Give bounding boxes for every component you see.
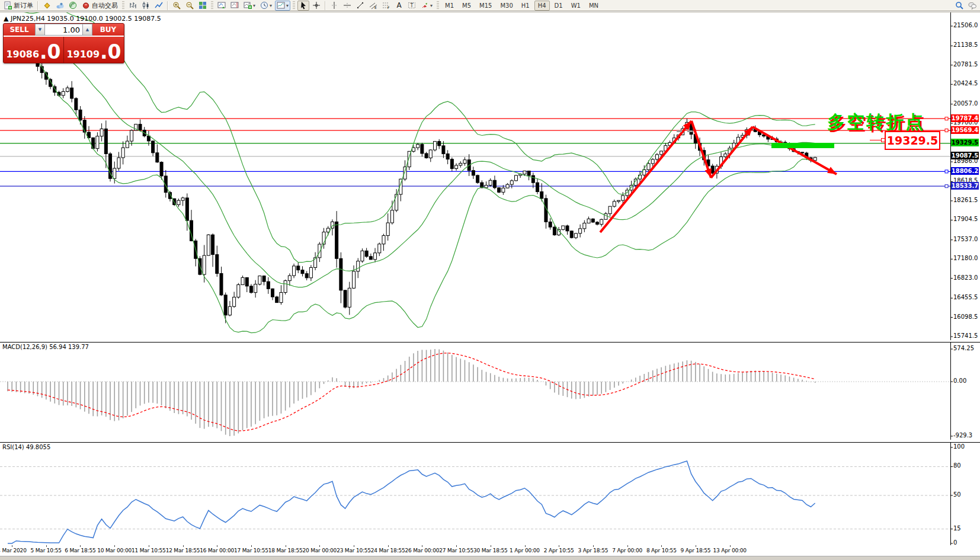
line-handle[interactable] bbox=[945, 117, 948, 120]
date-tick bbox=[525, 545, 526, 547]
chat-button[interactable] bbox=[966, 1, 978, 11]
zoom-out-button[interactable] bbox=[184, 1, 196, 11]
channel-tool-button[interactable]: E bbox=[367, 1, 379, 11]
macd-panel[interactable]: MACD(12,26,9) 56.94 139.77 bbox=[0, 342, 980, 440]
new-order-icon bbox=[4, 1, 12, 9]
symbol-search-button[interactable] bbox=[953, 1, 965, 11]
cursor-tool-button[interactable] bbox=[297, 1, 309, 11]
candle-body bbox=[288, 276, 291, 281]
date-axis[interactable]: 4 Mar 20205 Mar 10:556 Mar 18:5510 Mar 0… bbox=[0, 545, 980, 556]
templates-button[interactable]: ▾ bbox=[275, 1, 290, 11]
toolbar-grip[interactable] bbox=[211, 1, 213, 10]
date-label: 13 Apr 00:00 bbox=[713, 548, 747, 553]
timeframe-m15-button[interactable]: M15 bbox=[476, 1, 495, 11]
periods-button[interactable]: ▾ bbox=[258, 1, 274, 11]
timeframe-m30-button[interactable]: M30 bbox=[497, 1, 516, 11]
candle-body bbox=[348, 288, 351, 307]
date-label: 17 Mar 10:55 bbox=[234, 548, 268, 553]
trend-arrow-line[interactable] bbox=[691, 121, 711, 178]
label-tool-button[interactable]: T bbox=[406, 1, 418, 11]
horizontal-line-tool-button[interactable] bbox=[341, 1, 353, 11]
tile-windows-button[interactable] bbox=[197, 1, 209, 11]
text-tool-button[interactable]: A bbox=[393, 1, 405, 11]
volume-increase-button[interactable]: ▲ bbox=[82, 24, 92, 36]
candle-body bbox=[75, 98, 78, 110]
date-tick bbox=[593, 545, 594, 547]
market-community-button[interactable] bbox=[54, 1, 66, 11]
callout-handle[interactable] bbox=[881, 138, 885, 142]
macd-histogram bbox=[8, 349, 815, 436]
price-callout-box[interactable]: 19329.5 bbox=[885, 131, 940, 150]
indicators-button[interactable]: ▾ bbox=[242, 1, 257, 11]
candle-body bbox=[814, 158, 816, 161]
toolbar-grip[interactable] bbox=[293, 1, 295, 10]
signals-button[interactable] bbox=[67, 1, 79, 11]
collapse-arrow-icon[interactable]: ▲ bbox=[4, 15, 8, 23]
fibonacci-tool-button[interactable]: F bbox=[380, 1, 392, 11]
candle-body bbox=[412, 148, 415, 151]
line-chart-mode-button[interactable] bbox=[153, 1, 165, 11]
rsi-panel[interactable]: RSI(14) 49.8055 bbox=[0, 442, 980, 546]
macd-tick-label: 0.00 bbox=[953, 377, 966, 384]
timeframe-m5-button[interactable]: M5 bbox=[459, 1, 475, 11]
periods-icon bbox=[260, 1, 268, 9]
candle-body bbox=[604, 214, 607, 220]
candle-body bbox=[527, 171, 530, 175]
candle-body bbox=[216, 255, 219, 274]
trendline-tool-button[interactable] bbox=[354, 1, 366, 11]
bar-chart-mode-button[interactable] bbox=[127, 1, 139, 11]
selection-handle[interactable] bbox=[687, 130, 693, 132]
timeframe-m1-button[interactable]: M1 bbox=[441, 1, 457, 11]
line-handle[interactable] bbox=[945, 185, 948, 188]
timeframe-h1-button[interactable]: H1 bbox=[518, 1, 533, 11]
candle-body bbox=[357, 261, 360, 271]
indicators-icon bbox=[244, 1, 252, 9]
auto-scroll-button[interactable] bbox=[216, 1, 228, 11]
buy-button[interactable]: BUY bbox=[92, 24, 124, 37]
vertical-line-tool-icon bbox=[330, 1, 338, 9]
trend-arrow-line[interactable] bbox=[600, 121, 691, 232]
candle-body bbox=[309, 267, 312, 277]
zoom-in-button[interactable] bbox=[171, 1, 182, 11]
candle-body bbox=[553, 227, 556, 235]
zigzag-arrows[interactable] bbox=[600, 121, 837, 232]
timeframe-h4-button[interactable]: H4 bbox=[534, 1, 550, 11]
green-projection-bar[interactable] bbox=[771, 143, 834, 148]
volume-input[interactable] bbox=[45, 24, 82, 36]
fibonacci-tool-icon: F bbox=[382, 1, 390, 9]
macd-tick-label: -929.3 bbox=[953, 432, 972, 439]
buy-price[interactable]: 19109 .0 bbox=[64, 37, 124, 63]
arrow-objects-button[interactable]: ▾ bbox=[419, 1, 434, 11]
line-handle[interactable] bbox=[945, 170, 948, 173]
level-lines-group[interactable] bbox=[0, 117, 950, 188]
price-tick-label: 21138.5 bbox=[953, 41, 978, 48]
panel-separator[interactable] bbox=[0, 440, 980, 441]
volume-decrease-button[interactable]: ▼ bbox=[35, 24, 45, 36]
new-order-button[interactable]: 新订单 bbox=[2, 1, 35, 11]
chat-icon bbox=[968, 1, 976, 9]
timeframe-d1-button[interactable]: D1 bbox=[551, 1, 566, 11]
line-handle[interactable] bbox=[945, 129, 948, 132]
arrowhead-icon bbox=[827, 167, 837, 174]
toolbar-grip[interactable] bbox=[437, 1, 439, 10]
sell-button[interactable]: SELL bbox=[4, 24, 35, 37]
selection-handle[interactable] bbox=[677, 130, 682, 132]
chart-shift-button[interactable] bbox=[229, 1, 241, 11]
sell-price[interactable]: 19086 .0 bbox=[4, 37, 64, 63]
metaeditor-button[interactable] bbox=[41, 1, 53, 11]
candlestick-mode-button[interactable] bbox=[140, 1, 152, 11]
rsi-tick-label: 80 bbox=[953, 462, 961, 469]
vertical-line-tool-button[interactable] bbox=[328, 1, 340, 11]
autotrading-button[interactable]: 自动交易 bbox=[80, 1, 120, 11]
candle-body bbox=[579, 229, 582, 233]
trend-arrow-line[interactable] bbox=[752, 127, 837, 174]
crosshair-tool-button[interactable] bbox=[310, 1, 322, 11]
timeframe-w1-button[interactable]: W1 bbox=[568, 1, 584, 11]
trend-arrow-line[interactable] bbox=[711, 127, 752, 178]
new-order-label: 新订单 bbox=[14, 1, 33, 10]
toolbar-grip[interactable] bbox=[122, 1, 124, 10]
chart-title: ▲ JPN225,H4 19035.0 19100.0 19002.5 1908… bbox=[4, 15, 161, 23]
candle-body bbox=[523, 171, 526, 174]
main-chart-panel[interactable]: ▲ JPN225,H4 19035.0 19100.0 19002.5 1908… bbox=[0, 12, 980, 341]
timeframe-mn-button[interactable]: MN bbox=[585, 1, 602, 11]
